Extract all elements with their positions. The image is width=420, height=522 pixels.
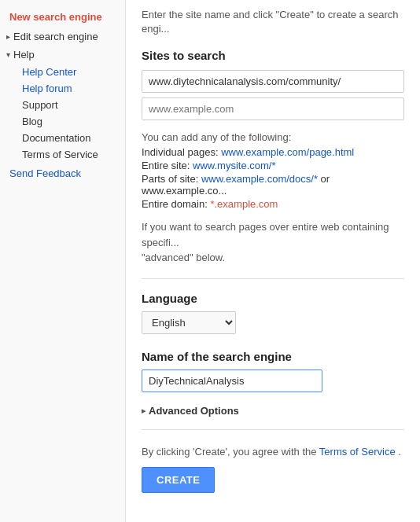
- sidebar-item-blog[interactable]: Blog: [16, 113, 125, 130]
- arrow-icon: ▸: [6, 32, 10, 41]
- sidebar-edit-engine-label: Edit search engine: [13, 31, 98, 42]
- sidebar: New search engine ▸ Edit search engine ▾…: [0, 0, 126, 522]
- url-input-2[interactable]: [142, 97, 404, 120]
- arrow-down-icon: ▾: [6, 50, 10, 59]
- add-info-header: You can add any of the following:: [142, 131, 404, 143]
- main-content: Enter the site name and click "Create" t…: [126, 0, 420, 522]
- note-text: If you want to search pages over entire …: [142, 219, 404, 266]
- divider-1: [142, 278, 404, 279]
- sidebar-help-header[interactable]: ▾ Help: [0, 46, 125, 64]
- footer-text-before: By clicking 'Create', you agree with the: [142, 446, 319, 458]
- advanced-options-label: Advanced Options: [149, 405, 239, 417]
- docs-link[interactable]: www.example.com/docs/*: [201, 173, 318, 185]
- add-info-parts: Parts of site: www.example.com/docs/* or…: [142, 173, 404, 197]
- example-page-link[interactable]: www.example.com/page.html: [221, 146, 354, 158]
- add-info-domain: Entire domain: *.example.com: [142, 198, 404, 210]
- footer-text: By clicking 'Create', you agree with the…: [142, 446, 404, 458]
- triangle-icon: ▸: [142, 406, 146, 415]
- divider-2: [142, 429, 404, 430]
- sidebar-help-label: Help: [13, 49, 35, 61]
- language-select[interactable]: English Afrikaans Albanian Arabic Other: [142, 311, 236, 334]
- mysite-link[interactable]: www.mysite.com/*: [193, 160, 275, 171]
- url-input-1[interactable]: [142, 70, 404, 93]
- add-info-entire-site: Entire site: www.mysite.com/*: [142, 160, 404, 171]
- sidebar-item-help-center[interactable]: Help Center: [16, 64, 125, 80]
- sidebar-send-feedback[interactable]: Send Feedback: [0, 163, 125, 184]
- name-label: Name of the search engine: [142, 350, 404, 363]
- create-button[interactable]: CREATE: [142, 467, 215, 493]
- footer-tos-link[interactable]: Terms of Service: [319, 446, 396, 458]
- sidebar-edit-engine-item[interactable]: ▸ Edit search engine: [0, 28, 125, 46]
- sidebar-new-engine[interactable]: New search engine: [0, 6, 125, 28]
- domain-highlight: *.example.com: [210, 198, 278, 210]
- intro-text: Enter the site name and click "Create" t…: [142, 8, 404, 36]
- sidebar-item-documentation[interactable]: Documentation: [16, 130, 125, 146]
- add-info-individual: Individual pages: www.example.com/page.h…: [142, 146, 404, 158]
- name-input[interactable]: [142, 369, 322, 392]
- footer-text-after: .: [396, 446, 401, 458]
- sidebar-item-support[interactable]: Support: [16, 97, 125, 113]
- sidebar-help-items: Help Center Help forum Support Blog Docu…: [0, 64, 125, 163]
- language-label: Language: [142, 292, 404, 305]
- sidebar-item-tos[interactable]: Terms of Service: [16, 146, 125, 163]
- sites-section-label: Sites to search: [142, 49, 404, 62]
- advanced-options-toggle[interactable]: ▸ Advanced Options: [142, 405, 404, 417]
- sidebar-item-help-forum[interactable]: Help forum: [16, 80, 125, 97]
